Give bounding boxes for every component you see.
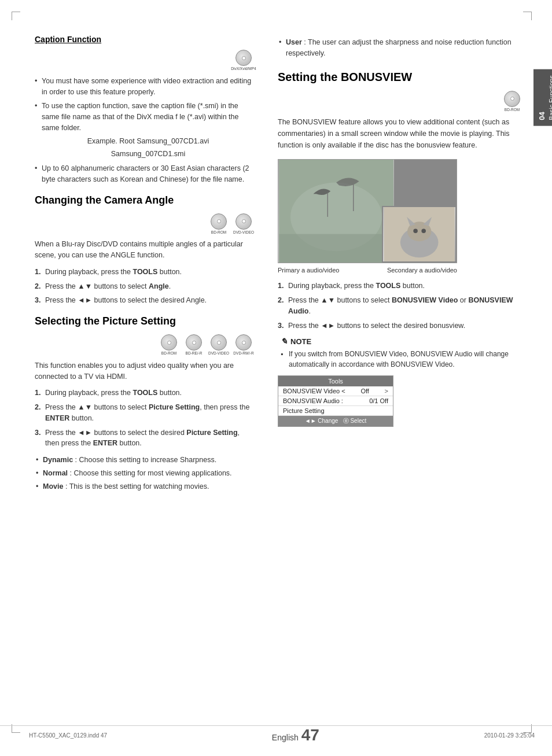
picture-setting-title: Selecting the Picture Setting [35, 315, 255, 327]
camera-angle-title: Changing the Camera Angle [35, 194, 255, 206]
camera-angle-step-3: 3. Press the ◄► buttons to select the de… [35, 295, 255, 306]
camera-angle-badges: BD-ROM DVD-VIDEO [35, 213, 255, 235]
picture-setting-intro: This function enables you to adjust vide… [35, 360, 255, 382]
caption-bullet-list: You must have some experience with video… [35, 76, 255, 185]
normal-subbullet: Normal : Choose this setting for most vi… [35, 468, 255, 479]
tools-row3-label: Picture Setting [283, 407, 325, 414]
chapter-number: 04 [537, 78, 547, 120]
bonusview-step-2: 2. Press the ▲▼ buttons to select BONUSV… [278, 295, 523, 317]
page-footer: HT-C5500_XAC_0129.indd 47 English 47 201… [0, 725, 552, 744]
tools-box-header: Tools [278, 376, 393, 386]
divx-badge-label: DivX/Xvid/MP4 [231, 67, 256, 71]
dvd-video-label-2: DVD-VIDEO [208, 351, 229, 356]
bonusview-primary-video [278, 160, 394, 263]
corner-mark-tl [12, 12, 20, 20]
left-column: Caption Function DivX/Xvid/MP4 You must … [35, 35, 255, 501]
dvd-video-badge-2: DVD-VIDEO [208, 334, 230, 356]
caption-example-line2: Samsung_007CD1.smi [42, 149, 255, 160]
tools-box-footer: ◄► Change ⓔ Select [278, 416, 393, 426]
bd-re-label: BD-RE/-R [186, 351, 203, 356]
bonusview-steps: 1. During playback, press the TOOLS butt… [278, 281, 523, 331]
caption-title: Caption Function [35, 35, 255, 44]
picture-step-3: 3. Press the ◄► buttons to select the de… [35, 427, 255, 449]
note-item-1: If you switch from BONUSVIEW Video, BONU… [281, 349, 523, 370]
tools-row2-label: BONUSVIEW Audio : [283, 397, 343, 404]
bonusview-section: Setting the BONUSVIEW BD-ROM The BONUSVI… [278, 71, 523, 427]
tools-box: Tools BONUSVIEW Video < Off > BONUSVIEW … [278, 375, 393, 427]
user-subbullet-area: User : The user can adjust the sharpness… [278, 37, 523, 59]
bd-rom-label: BD-ROM [211, 230, 226, 235]
main-content: Caption Function DivX/Xvid/MP4 You must … [0, 0, 552, 536]
page-wrapper: 04 Basic Functions Caption Function DivX… [0, 0, 552, 756]
picture-setting-badges: BD-ROM BD-RE/-R DVD-VIDEO DVD-RW/-R [35, 334, 255, 356]
movie-subbullet: Movie : This is the best setting for wat… [35, 481, 255, 492]
bonusview-secondary-video [382, 206, 457, 263]
secondary-label: Secondary a audio/video [387, 267, 457, 274]
bonusview-step-3: 3. Press the ◄► buttons to select the de… [278, 320, 523, 331]
dvd-rw-badge: DVD-RW/-R [233, 334, 255, 356]
footer-right: 2010-01-29 3:25:04 [484, 732, 535, 739]
bonusview-bd-rom-label: BD-ROM [505, 108, 520, 112]
caption-section: Caption Function DivX/Xvid/MP4 You must … [35, 35, 255, 185]
note-pencil-icon: ✎ [281, 337, 288, 346]
chapter-title: Basic Functions [548, 75, 552, 120]
bd-rom-badge-2: BD-ROM [158, 334, 180, 356]
svg-point-11 [421, 229, 426, 234]
bd-rom-badge: BD-ROM [208, 213, 230, 235]
picture-step-2: 2. Press the ▲▼ buttons to select Pictur… [35, 402, 255, 424]
picture-step-1: 1. During playback, press the TOOLS butt… [35, 388, 255, 399]
footer-left: HT-C5500_XAC_0129.indd 47 [29, 732, 107, 739]
camera-angle-steps: 1. During playback, press the TOOLS butt… [35, 267, 255, 306]
picture-setting-section: Selecting the Picture Setting BD-ROM BD-… [35, 315, 255, 492]
bonusview-intro: The BONUSVIEW feature allows you to view… [278, 116, 523, 151]
bonusview-image [278, 159, 457, 263]
camera-angle-step-2: 2. Press the ▲▼ buttons to select Angle. [35, 281, 255, 292]
tools-row1-label: BONUSVIEW Video < [283, 388, 345, 394]
bonusview-bd-rom-badge: BD-ROM [501, 91, 523, 112]
right-column: User : The user can adjust the sharpness… [272, 35, 523, 501]
bonusview-title: Setting the BONUSVIEW [278, 71, 523, 84]
svg-rect-4 [279, 234, 393, 263]
bonusview-step-1: 1. During playback, press the TOOLS butt… [278, 281, 523, 292]
dynamic-subbullet: Dynamic : Choose this setting to increas… [35, 455, 255, 466]
note-title: ✎ NOTE [281, 337, 523, 346]
camera-angle-section: Changing the Camera Angle BD-ROM DVD-VID… [35, 194, 255, 307]
caption-bullet-3: Up to 60 alphanumeric characters or 30 E… [35, 163, 255, 185]
tools-box-row-1: BONUSVIEW Video < Off > [278, 386, 393, 396]
note-label: NOTE [290, 337, 311, 346]
caption-example-line1: Example. Root Samsung_007CD1.avi [42, 136, 255, 147]
page-number-area: English 47 [272, 726, 319, 744]
tools-row2-value: 0/1 Off [369, 397, 388, 404]
divx-badge: DivX/Xvid/MP4 [233, 50, 255, 71]
caption-bullet-2: To use the caption function, save the ca… [35, 101, 255, 160]
primary-label: Primary a audio/video [278, 267, 339, 274]
caption-bullet-1: You must have some experience with video… [35, 76, 255, 98]
svg-point-10 [413, 229, 418, 234]
tools-row1-arrow: > [385, 388, 388, 394]
note-section: ✎ NOTE If you switch from BONUSVIEW Vide… [278, 337, 523, 370]
picture-setting-steps: 1. During playback, press the TOOLS butt… [35, 388, 255, 449]
tools-row1-value: Off [360, 388, 369, 394]
bd-re-badge: BD-RE/-R [183, 334, 205, 356]
user-subbullet: User : The user can adjust the sharpness… [278, 37, 523, 59]
corner-mark-tr [523, 12, 532, 20]
tools-box-row-2: BONUSVIEW Audio : 0/1 Off [278, 396, 393, 406]
page-number: 47 [301, 726, 319, 744]
dvd-rw-label: DVD-RW/-R [233, 351, 253, 356]
camera-angle-step-1: 1. During playback, press the TOOLS butt… [35, 267, 255, 278]
bonusview-image-labels: Primary a audio/video Secondary a audio/… [278, 267, 457, 274]
camera-angle-intro: When a Blu-ray Disc/DVD contains multipl… [35, 239, 255, 261]
dvd-video-badge: DVD-VIDEO [233, 213, 255, 235]
tools-box-row-3: Picture Setting [278, 406, 393, 416]
bd-rom-label-2: BD-ROM [161, 351, 176, 356]
side-tab: 04 Basic Functions [533, 69, 552, 126]
english-label: English [272, 733, 299, 742]
dvd-video-label: DVD-VIDEO [233, 230, 254, 235]
